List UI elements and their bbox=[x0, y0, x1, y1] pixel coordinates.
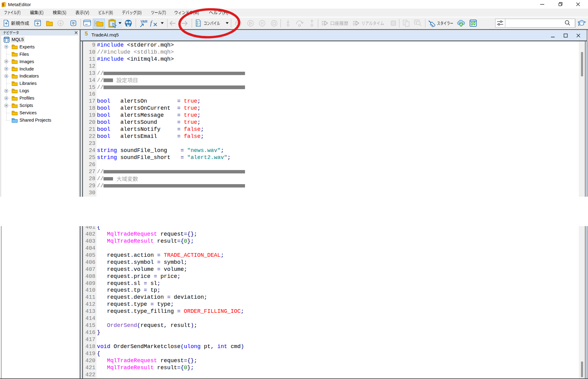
svg-text:f: f bbox=[150, 19, 153, 27]
svg-text:5: 5 bbox=[2, 3, 4, 6]
svg-text:VAR: VAR bbox=[141, 20, 147, 23]
